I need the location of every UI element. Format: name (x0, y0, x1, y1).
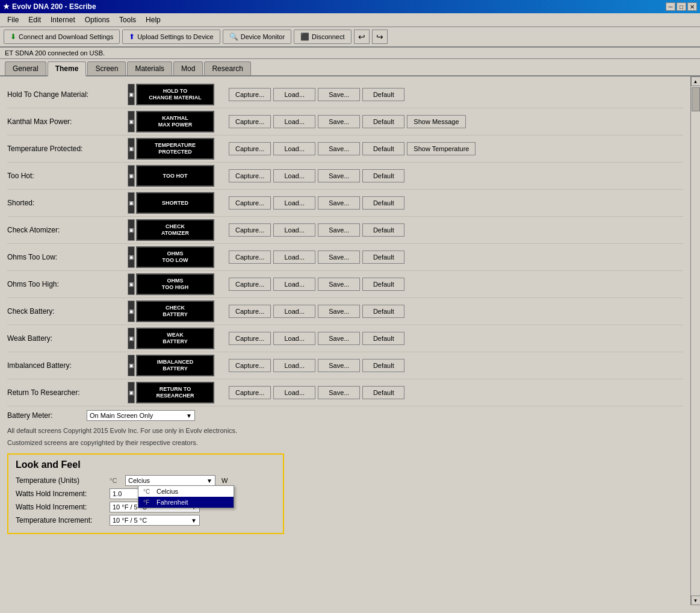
tab-screen[interactable]: Screen (87, 61, 126, 75)
default-button[interactable]: Default (362, 115, 404, 128)
capture-button[interactable]: Capture... (229, 250, 271, 264)
temperature-select[interactable]: Celcius ▼ °C Celcius °F Fahrenheit (125, 475, 215, 486)
temp-incr-row: Temperature Increment: 10 °F / 5 °C ▼ (16, 515, 276, 526)
tab-general[interactable]: General (5, 61, 46, 75)
load-button[interactable]: Load... (273, 196, 315, 210)
load-button[interactable]: Load... (273, 88, 315, 101)
close-button[interactable]: ✕ (687, 2, 697, 11)
load-button[interactable]: Load... (273, 359, 315, 372)
scroll-up-arrow[interactable]: ▲ (691, 76, 701, 86)
default-button[interactable]: Default (362, 223, 404, 237)
default-button[interactable]: Default (362, 169, 404, 182)
capture-button[interactable]: Capture... (229, 88, 271, 101)
disconnect-button[interactable]: ⬛ Disconnect (294, 30, 351, 44)
row-label: Shorted: (7, 199, 128, 207)
save-button[interactable]: Save... (318, 305, 360, 318)
save-button[interactable]: Save... (318, 359, 360, 372)
capture-button[interactable]: Capture... (229, 386, 271, 399)
capture-button[interactable]: Capture... (229, 359, 271, 372)
menu-edit[interactable]: Edit (23, 14, 46, 25)
capture-button[interactable]: Capture... (229, 115, 271, 128)
menu-internet[interactable]: Internet (46, 14, 80, 25)
row-label: Weak Battery: (7, 334, 128, 343)
device-monitor-button[interactable]: 🔍 Device Monitor (223, 30, 291, 44)
save-button[interactable]: Save... (318, 88, 360, 101)
screen-group: ▣ TEMPERATUREPROTECTED (128, 138, 224, 160)
tab-materials[interactable]: Materials (127, 61, 172, 75)
extra-button[interactable]: Show Temperature (407, 142, 475, 155)
load-button[interactable]: Load... (273, 223, 315, 237)
dropdown-item-celcius[interactable]: °C Celcius (138, 486, 234, 497)
load-button[interactable]: Load... (273, 142, 315, 155)
screen-preview: IMBALANCEDBATTERY (136, 355, 214, 376)
action-btns: Capture... Load... Save... Default (229, 386, 683, 399)
save-button[interactable]: Save... (318, 278, 360, 291)
default-button[interactable]: Default (362, 359, 404, 372)
save-button[interactable]: Save... (318, 250, 360, 264)
capture-button[interactable]: Capture... (229, 223, 271, 237)
default-button[interactable]: Default (362, 278, 404, 291)
tab-research[interactable]: Research (204, 61, 250, 75)
default-button[interactable]: Default (362, 88, 404, 101)
load-button[interactable]: Load... (273, 169, 315, 182)
capture-button[interactable]: Capture... (229, 169, 271, 182)
temperature-row: Temperature (Units) °C Celcius ▼ °C Celc… (16, 475, 276, 486)
default-button[interactable]: Default (362, 250, 404, 264)
temp-prefix: °C (110, 477, 122, 484)
menu-tools[interactable]: Tools (114, 14, 141, 25)
capture-button[interactable]: Capture... (229, 278, 271, 291)
scroll-thumb[interactable] (692, 87, 700, 111)
capture-button[interactable]: Capture... (229, 305, 271, 318)
load-button[interactable]: Load... (273, 386, 315, 399)
undo-button[interactable]: ↩ (354, 30, 370, 44)
screen-preview: CHECKBATTERY (136, 300, 214, 322)
menu-options[interactable]: Options (80, 14, 114, 25)
redo-button[interactable]: ↪ (372, 30, 388, 44)
save-button[interactable]: Save... (318, 115, 360, 128)
capture-button[interactable]: Capture... (229, 196, 271, 210)
save-button[interactable]: Save... (318, 386, 360, 399)
capture-button[interactable]: Capture... (229, 332, 271, 345)
tab-bar: General Theme Screen Materials Mod Resea… (0, 59, 700, 76)
menu-help[interactable]: Help (141, 14, 166, 25)
load-button[interactable]: Load... (273, 332, 315, 345)
minimize-button[interactable]: ─ (666, 2, 675, 11)
table-row: Hold To Change Material: ▣ HOLD TOCHANGE… (7, 81, 683, 108)
save-button[interactable]: Save... (318, 196, 360, 210)
temperature-value: Celcius (128, 477, 150, 484)
battery-meter-select[interactable]: On Main Screen Only ▼ (87, 410, 195, 421)
dropdown-item-fahrenheit[interactable]: °F Fahrenheit (138, 497, 234, 508)
temp-incr-select[interactable]: 10 °F / 5 °C ▼ (110, 515, 200, 526)
row-label: Kanthal Max Power: (7, 117, 128, 126)
tab-theme[interactable]: Theme (48, 61, 87, 76)
load-button[interactable]: Load... (273, 250, 315, 264)
default-button[interactable]: Default (362, 332, 404, 345)
default-button[interactable]: Default (362, 305, 404, 318)
load-button[interactable]: Load... (273, 115, 315, 128)
scroll-down-arrow[interactable]: ▼ (691, 596, 701, 605)
save-button[interactable]: Save... (318, 223, 360, 237)
load-button[interactable]: Load... (273, 305, 315, 318)
load-button[interactable]: Load... (273, 278, 315, 291)
table-row: Check Atomizer: ▣ CHECKATOMIZER Capture.… (7, 217, 683, 244)
screen-icon: ▣ (128, 84, 135, 105)
monitor-icon: 🔍 (229, 33, 238, 41)
default-button[interactable]: Default (362, 142, 404, 155)
save-button[interactable]: Save... (318, 332, 360, 345)
table-row: Too Hot: ▣ TOO HOT Capture... Load... Sa… (7, 163, 683, 190)
screen-preview: SHORTED (136, 192, 214, 214)
default-button[interactable]: Default (362, 196, 404, 210)
extra-button[interactable]: Show Message (407, 115, 465, 128)
default-button[interactable]: Default (362, 386, 404, 399)
capture-button[interactable]: Capture... (229, 142, 271, 155)
save-button[interactable]: Save... (318, 169, 360, 182)
maximize-button[interactable]: □ (677, 2, 686, 11)
row-label: Ohms Too High: (7, 280, 128, 288)
connect-download-button[interactable]: ⬇ Connect and Download Settings (4, 30, 120, 44)
tab-mod[interactable]: Mod (173, 61, 203, 75)
screen-icon: ▣ (128, 273, 135, 295)
save-button[interactable]: Save... (318, 142, 360, 155)
menu-file[interactable]: File (2, 14, 23, 25)
upload-settings-button[interactable]: ⬆ Upload Settings to Device (122, 30, 220, 44)
look-and-feel-section: Look and Feel Temperature (Units) °C Cel… (7, 453, 284, 534)
